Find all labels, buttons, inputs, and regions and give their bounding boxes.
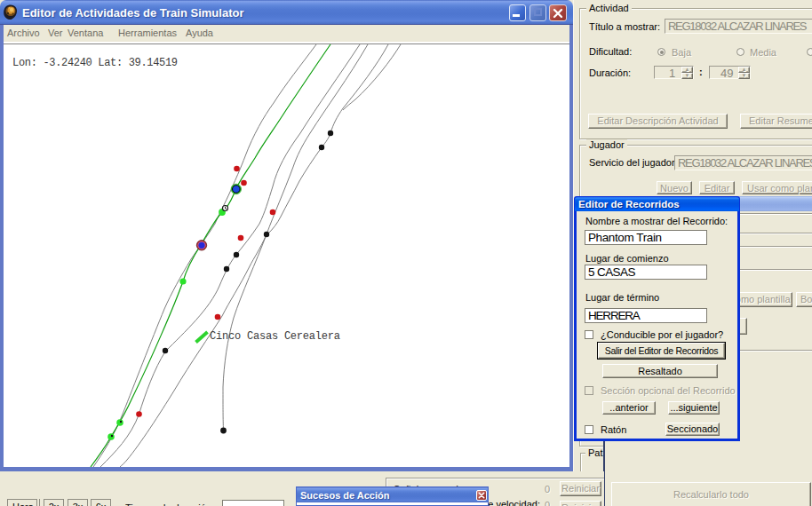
- svg-text:Cinco Casas Cerealera: Cinco Casas Cerealera: [210, 330, 340, 343]
- svg-text:Lon: -3.24240 Lat: 39.14519: Lon: -3.24240 Lat: 39.14519: [12, 57, 178, 69]
